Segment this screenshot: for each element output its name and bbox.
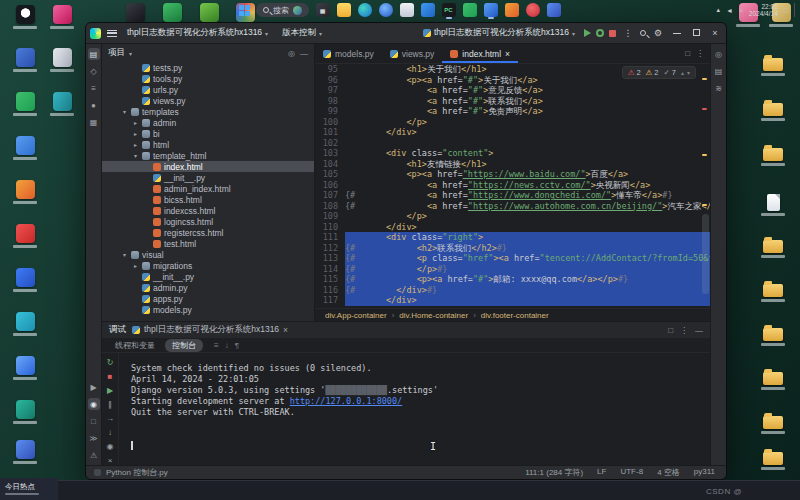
desktop-folder-7[interactable] — [756, 372, 790, 390]
run-button[interactable] — [584, 29, 591, 37]
tree-item-__init__.py[interactable]: __init__.py — [102, 271, 314, 282]
tree-item-test.html[interactable]: test.html — [102, 238, 314, 249]
plugins-tool-icon[interactable]: ▦ — [88, 116, 100, 128]
desktop-icon-docs-app[interactable] — [8, 136, 42, 160]
taskbar-vscode-icon[interactable] — [420, 1, 435, 19]
error-indicator[interactable]: ⚠2 — [628, 68, 641, 77]
code-line-116[interactable]: 116{# </div>#} — [315, 285, 710, 296]
step-over-icon[interactable]: → — [104, 412, 116, 424]
tray-volume-icon[interactable]: ◄ — [726, 7, 733, 14]
tree-item-registercss.html[interactable]: registercss.html — [102, 227, 314, 238]
code-line-105[interactable]: 105 <p><a href="https://www.baidu.com/">… — [315, 169, 710, 180]
resume-icon[interactable]: ▶ — [104, 384, 116, 396]
tree-item-tools.py[interactable]: tools.py — [102, 73, 314, 84]
desktop-folder-4[interactable] — [756, 240, 790, 258]
status-item[interactable]: 4 空格 — [654, 467, 683, 478]
start-button[interactable] — [239, 5, 250, 16]
soft-wrap-icon[interactable]: ¶ — [235, 341, 239, 350]
desktop-icon-qq[interactable] — [8, 5, 42, 29]
code-line-106[interactable]: 106 <a href="https://news.cctv.com/">央视新… — [315, 180, 710, 191]
desktop-icon-blue-app-1[interactable] — [8, 48, 42, 72]
vcs-selector[interactable]: 版本控制 ▾ — [278, 26, 326, 40]
status-tool-icon[interactable] — [94, 469, 101, 476]
settings-gear-icon[interactable]: ⚙ — [651, 26, 665, 40]
next-problem-icon[interactable]: ▾ — [687, 69, 690, 76]
collapse-all-icon[interactable]: — — [300, 49, 308, 58]
code-line-99[interactable]: 99 <a href="#">免责声明</a> — [315, 106, 710, 117]
minimize-button[interactable] — [670, 26, 684, 40]
news-widget[interactable]: 今日热点 — [0, 478, 58, 500]
desktop-icon-blue-app-4[interactable] — [8, 440, 42, 464]
tree-item-apps.py[interactable]: apps.py — [102, 293, 314, 304]
desktop-icon-teal-app[interactable] — [45, 92, 79, 116]
window-titlebar[interactable]: thpl日志数据可视化分析系统hx1316 ▾ 版本控制 ▾ thpl日志数据可… — [86, 23, 726, 44]
stop-icon[interactable]: ■ — [104, 370, 116, 382]
tree-item-index.html[interactable]: index.html — [102, 161, 314, 172]
console-settings-icon[interactable]: ≡ — [214, 341, 219, 350]
panel-minimize-icon[interactable]: — — [695, 326, 703, 335]
search-tool-icon[interactable]: ● — [88, 99, 100, 111]
taskbar-wechat-icon[interactable] — [462, 1, 477, 19]
code-line-117[interactable]: 117 </div> — [315, 295, 710, 306]
status-item[interactable]: UTF-8 — [617, 467, 646, 478]
project-panel-header[interactable]: 项目 ▾ ◎— — [102, 44, 314, 62]
locate-file-icon[interactable]: ◎ — [288, 49, 295, 58]
taskbar-qq-icon[interactable] — [483, 1, 498, 19]
editor-more-icon[interactable]: ⋮ — [696, 49, 704, 58]
code-line-101[interactable]: 101 </div> — [315, 127, 710, 138]
tree-item-models.py[interactable]: models.py — [102, 304, 314, 315]
layout-settings-icon[interactable]: □ — [668, 326, 673, 335]
structure-tool-icon[interactable]: ≡ — [88, 82, 100, 94]
tree-item-bi[interactable]: ▸bi — [102, 128, 314, 139]
taskbar-widgets-icon[interactable]: ▦ — [315, 1, 330, 19]
search-everywhere-icon[interactable] — [640, 30, 646, 36]
desktop-folder-2[interactable] — [756, 103, 790, 121]
panel-more-icon[interactable]: ⋮ — [680, 326, 688, 335]
code-line-109[interactable]: 109 </p> — [315, 211, 710, 222]
main-menu-icon[interactable] — [107, 30, 117, 37]
project-tool-icon[interactable]: ▤ — [88, 48, 100, 60]
desktop-icon-wechat[interactable] — [8, 92, 42, 116]
tree-item-views.py[interactable]: views.py — [102, 95, 314, 106]
status-item[interactable]: 111:1 (284 字符) — [522, 467, 586, 478]
breadcrumb-item[interactable]: div.Home-container — [399, 311, 468, 320]
editor-scrollbar[interactable] — [702, 214, 709, 294]
code-line-98[interactable]: 98 <a href="#">联系我们</a> — [315, 96, 710, 107]
debug-console[interactable]: System check identified no issues (0 sil… — [119, 353, 710, 467]
debug-tab-console[interactable]: 控制台 — [165, 339, 203, 352]
status-item[interactable]: LF — [594, 467, 609, 478]
taskbar-edge-icon[interactable] — [357, 1, 372, 19]
inspection-widget[interactable]: ⚠2⚠2✓7▴▾ — [622, 66, 696, 79]
code-line-102[interactable]: 102 — [315, 138, 710, 149]
code-line-113[interactable]: 113{# <p class="href"><a href="tencent:/… — [315, 253, 710, 264]
close-button[interactable]: × — [708, 26, 722, 40]
python-console-tool-icon[interactable]: ≫ — [88, 432, 100, 444]
debug-session-tab[interactable]: thpl日志数据可视化分析系统hx1316 × — [132, 324, 288, 336]
stop-button[interactable] — [609, 30, 616, 37]
desktop-folder-1[interactable] — [756, 58, 790, 76]
desktop-folder-3[interactable] — [756, 148, 790, 166]
notification-center-icon[interactable]: □ — [784, 7, 788, 14]
taskbar-pycharm-icon[interactable]: PC — [441, 1, 456, 19]
split-editor-icon[interactable]: □ — [685, 49, 690, 58]
code-line-110[interactable]: 110 </div> — [315, 222, 710, 233]
debug-button[interactable] — [596, 29, 604, 37]
tray-chevron-icon[interactable]: ▴ — [717, 6, 721, 14]
scroll-to-end-icon[interactable]: ↓ — [225, 341, 229, 350]
rerun-icon[interactable]: ↻ — [104, 356, 116, 368]
desktop-folder-5[interactable] — [756, 284, 790, 302]
taskbar-store-icon[interactable] — [399, 1, 414, 19]
warning-indicator[interactable]: ⚠2 — [646, 68, 659, 77]
tree-item-urls.py[interactable]: urls.py — [102, 84, 314, 95]
tree-item-__init__.py[interactable]: __init__.py — [102, 172, 314, 183]
tree-item-admin[interactable]: ▸admin — [102, 117, 314, 128]
code-line-115[interactable]: 115{# <p><a href="#">邮箱: xxxx@qq.com</a>… — [315, 274, 710, 285]
tree-item-template_html[interactable]: ▾template_html — [102, 150, 314, 161]
terminal-tool-icon[interactable]: □ — [88, 415, 100, 427]
taskbar-music-icon[interactable] — [525, 1, 540, 19]
tree-item-templates[interactable]: ▾templates — [102, 106, 314, 117]
code-line-108[interactable]: 108{# <a href="https://www.autohome.com.… — [315, 201, 710, 212]
desktop-folder-9[interactable] — [756, 452, 790, 470]
close-session-icon[interactable]: × — [283, 325, 288, 335]
tab-views.py[interactable]: views.py — [382, 44, 443, 63]
